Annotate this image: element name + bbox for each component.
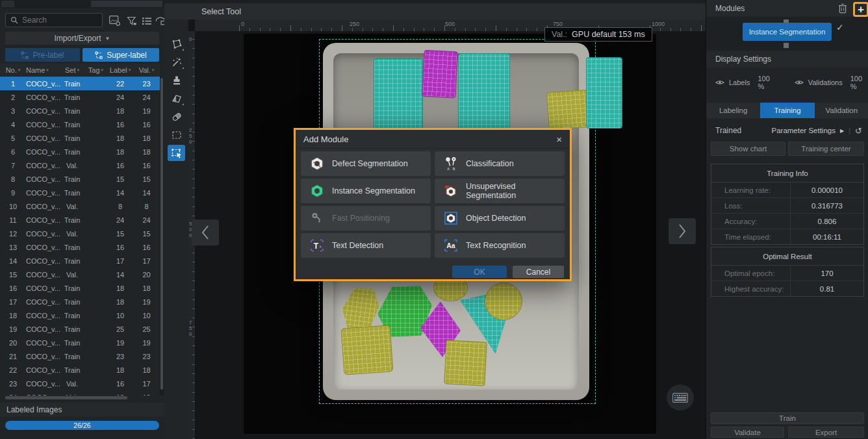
labels-label: Labels <box>729 79 750 86</box>
ok-button[interactable]: OK <box>452 266 507 278</box>
mask-tool[interactable] <box>168 90 185 107</box>
table-row[interactable]: 2COCO_v...Train2424 <box>0 90 160 104</box>
table-row[interactable]: 11COCO_v...Train2424 <box>0 213 160 227</box>
table-row[interactable]: 16COCO_v...Train1818 <box>0 281 160 295</box>
filter-icon[interactable] <box>126 16 138 26</box>
display-settings-header: Display Settings <box>706 51 868 68</box>
table-row[interactable]: 4COCO_v...Train1616 <box>0 118 160 131</box>
modules-header: Modules + <box>706 0 868 17</box>
classification-icon: AB <box>444 157 458 171</box>
table-row[interactable]: 8COCO_v...Train1515 <box>0 172 160 186</box>
chevron-right-icon: ▶ <box>840 128 844 134</box>
module-option-unsupervised-segmentation[interactable]: Unsupervised Segmentation <box>435 179 565 203</box>
smart-labeling-tool[interactable] <box>168 54 185 70</box>
table-row[interactable]: 9COCO_v...Train1414 <box>0 186 160 199</box>
table-row[interactable]: 7COCO_v...Val.1616 <box>0 158 160 172</box>
sort-icon: ▾ <box>129 68 131 73</box>
svg-text:B: B <box>453 167 455 171</box>
polygon-tool[interactable] <box>168 36 185 52</box>
table-row[interactable]: 5COCO_v...Train1818 <box>0 131 160 145</box>
table-horizontal-scrollbar[interactable] <box>5 396 127 399</box>
table-row: Highest accuracy: 0.81 <box>711 281 863 296</box>
delete-module-icon[interactable] <box>838 3 847 14</box>
table-row[interactable]: 17COCO_v...Train1819 <box>0 295 160 308</box>
previous-image-button[interactable] <box>192 220 219 245</box>
ruler-label: 2 5 0 <box>189 127 192 145</box>
train-button[interactable]: Train <box>711 412 864 424</box>
search-input[interactable]: Search <box>5 13 103 27</box>
module-option-defect-segmentation[interactable]: Defect Segmentation <box>301 151 431 176</box>
table-row[interactable]: 18COCO_v...Train1010 <box>0 308 160 322</box>
training-center-button[interactable]: Training center <box>788 142 864 156</box>
table-row[interactable]: 10COCO_v...Val.88 <box>0 199 160 213</box>
flyout-indicator <box>182 49 184 51</box>
column-header-name[interactable]: Name▾ <box>26 66 60 74</box>
add-module-button[interactable]: + <box>853 2 868 17</box>
validate-button[interactable]: Validate <box>711 427 784 438</box>
show-chart-button[interactable]: Show chart <box>711 142 785 156</box>
table-row[interactable]: 15COCO_v...Val.1420 <box>0 268 160 281</box>
table-row[interactable]: 6COCO_v...Train1818 <box>0 145 160 158</box>
template-tool[interactable] <box>168 72 185 88</box>
text-detection-icon: T <box>310 238 324 253</box>
validations-opacity-value[interactable]: 100 % <box>850 75 868 90</box>
close-icon[interactable]: × <box>556 134 562 144</box>
text-recognition-icon: Aa <box>444 238 458 253</box>
parameter-settings-link[interactable]: Parameter Settings <box>772 127 836 134</box>
table-row[interactable]: 12COCO_v...Val.1515 <box>0 227 160 240</box>
column-header-no[interactable]: No.▾ <box>0 66 26 74</box>
module-option-instance-segmentation[interactable]: Instance Segmentation <box>301 179 431 203</box>
window-tab[interactable] <box>1 1 14 7</box>
import-export-button[interactable]: Import/Export ▼ <box>5 32 159 45</box>
tool-palette <box>164 19 188 439</box>
fast-positioning-icon <box>310 211 324 225</box>
ruler-label: 750 <box>553 21 563 27</box>
export-button[interactable]: Export <box>788 427 864 438</box>
module-option-object-detection[interactable]: Object Detection <box>435 206 565 231</box>
dialog-footer: OK Cancel <box>296 260 570 278</box>
window-tab[interactable] <box>91 1 162 7</box>
pre-label-button[interactable]: Pre-label <box>5 48 80 62</box>
labels-opacity-value[interactable]: 100 % <box>758 75 776 90</box>
gallery-settings-icon[interactable] <box>108 16 120 26</box>
module-option-text-recognition[interactable]: Aa Text Recognition <box>435 233 565 258</box>
labels-visibility-icon[interactable] <box>715 79 724 86</box>
window-top-strip <box>0 0 164 8</box>
table-row[interactable]: 3COCO_v...Train1819 <box>0 104 160 118</box>
table-row[interactable]: 20COCO_v...Train1919 <box>0 336 160 349</box>
super-label-button[interactable]: Super-label <box>83 48 159 62</box>
column-header-label[interactable]: Label▾ <box>107 66 133 74</box>
table-row[interactable]: 22COCO_v...Train1818 <box>0 363 160 377</box>
select-tool[interactable] <box>168 145 185 161</box>
cancel-button[interactable]: Cancel <box>513 266 564 278</box>
column-header-val[interactable]: Val.▾ <box>133 66 160 74</box>
table-row[interactable]: 19COCO_v...Train2525 <box>0 322 160 336</box>
list-view-icon[interactable] <box>141 16 153 26</box>
module-option-fast-positioning[interactable]: Fast Positioning <box>301 206 431 231</box>
module-options-grid: Defect Segmentation AB Classification In… <box>296 149 570 260</box>
roi-tool[interactable] <box>168 127 185 143</box>
table-vertical-scrollbar[interactable] <box>160 77 164 395</box>
table-row[interactable]: 1COCO_v...Train2223 <box>0 77 160 90</box>
modules-title: Modules <box>715 4 745 13</box>
tab-training[interactable]: Training <box>760 103 814 118</box>
table-row[interactable]: 14COCO_v...Train1717 <box>0 254 160 268</box>
column-header-set[interactable]: Set▾ <box>60 66 84 74</box>
table-row[interactable]: 13COCO_v...Train1616 <box>0 240 160 254</box>
hotkeys-button[interactable] <box>667 384 694 410</box>
column-header-tag[interactable]: Tag▾ <box>84 66 107 74</box>
next-image-button[interactable] <box>669 218 696 244</box>
tab-labeling[interactable]: Labeling <box>706 103 760 118</box>
instance-segmentation-node[interactable]: Instance Segmentation <box>743 23 832 41</box>
module-option-text-detection[interactable]: T Text Detection <box>301 233 431 258</box>
table-row[interactable]: 21COCO_v...Train2323 <box>0 349 160 363</box>
flyout-indicator <box>182 67 184 69</box>
module-option-classification[interactable]: AB Classification <box>435 151 565 176</box>
tab-validation[interactable]: Validation <box>815 103 868 118</box>
history-icon[interactable]: ↺ <box>855 126 862 136</box>
validations-visibility-icon[interactable] <box>795 79 804 86</box>
defect-segmentation-icon <box>310 157 324 171</box>
eraser-tool[interactable] <box>168 108 185 125</box>
table-row[interactable]: 24COCO_v...Val.1313 <box>0 390 160 395</box>
table-row[interactable]: 23COCO_v...Val.1617 <box>0 377 160 390</box>
